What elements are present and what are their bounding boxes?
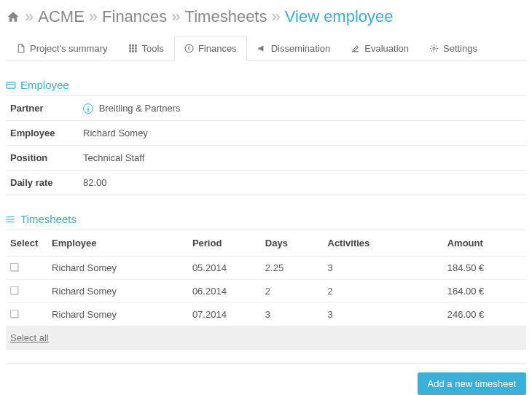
row-checkbox[interactable] (10, 286, 18, 294)
euro-icon: € (184, 44, 194, 53)
section-title-timesheets: Timesheets (6, 213, 526, 225)
svg-rect-5 (135, 47, 136, 49)
timesheets-table: Select Employee Period Days Activities A… (6, 230, 526, 350)
svg-rect-7 (132, 50, 133, 52)
th-amount: Amount (443, 230, 526, 257)
value-position: Technical Staff (79, 146, 526, 171)
breadcrumb-home[interactable] (6, 7, 20, 26)
breadcrumb-current: View employee (285, 7, 394, 26)
svg-point-18 (7, 219, 7, 219)
cell-period: 06.2014 (188, 280, 261, 303)
th-period: Period (188, 230, 261, 257)
list-icon (6, 214, 16, 224)
breadcrumb-acme[interactable]: ACME (38, 7, 85, 26)
svg-rect-3 (129, 47, 130, 49)
svg-rect-2 (135, 45, 136, 47)
svg-text:€: € (188, 46, 191, 51)
svg-rect-12 (7, 82, 15, 87)
cell-activities: 3 (324, 257, 443, 280)
tab-label: Evaluation (364, 43, 409, 54)
cell-period: 05.2014 (188, 257, 261, 280)
cell-activities: 3 (324, 303, 443, 326)
row-checkbox[interactable] (10, 310, 18, 318)
bullhorn-icon (257, 44, 267, 53)
tab-label: Finances (198, 43, 237, 54)
gear-icon (429, 44, 439, 53)
tab-label: Settings (443, 43, 477, 54)
svg-point-19 (7, 221, 7, 222)
label-position: Position (6, 146, 79, 171)
cell-activities: 2 (324, 280, 443, 303)
select-all-row: Select all (6, 326, 526, 350)
section-title-text: Timesheets (20, 213, 77, 225)
breadcrumb-sep: » (23, 7, 35, 26)
tab-dissemination[interactable]: Dissemination (247, 36, 341, 61)
cell-days: 2.25 (261, 257, 324, 280)
cell-amount: 164.00 € (443, 280, 526, 303)
tab-label: Tools (142, 43, 164, 54)
svg-rect-4 (132, 47, 133, 49)
svg-rect-8 (135, 50, 136, 52)
cell-employee: Richard Somey (47, 257, 188, 280)
tabs: Project's summary Tools € Finances Disse… (6, 35, 526, 61)
table-row: Richard Somey 06.2014 2 2 164.00 € (6, 280, 526, 303)
select-all-link[interactable]: Select all (10, 332, 49, 343)
value-partner: Breitling & Partners (99, 103, 181, 114)
row-checkbox[interactable] (10, 263, 18, 271)
svg-point-17 (7, 216, 7, 216)
card-icon (6, 80, 16, 90)
breadcrumb: » ACME » Finances » Timesheets » View em… (6, 6, 526, 32)
footer: Add a new timesheet (6, 363, 526, 395)
breadcrumb-finances[interactable]: Finances (102, 7, 167, 26)
th-select: Select (6, 230, 47, 257)
tab-finances[interactable]: € Finances (174, 36, 247, 61)
home-icon (6, 10, 20, 23)
section-title-text: Employee (20, 79, 69, 91)
breadcrumb-sep: » (87, 7, 99, 26)
value-employee: Richard Somey (79, 121, 526, 146)
svg-rect-0 (129, 45, 130, 47)
add-timesheet-button[interactable]: Add a new timesheet (418, 372, 526, 395)
svg-rect-1 (132, 45, 133, 47)
cell-amount: 246.00 € (443, 303, 526, 326)
cell-employee: Richard Somey (47, 303, 188, 326)
cell-days: 3 (261, 303, 324, 326)
label-partner: Partner (6, 96, 79, 121)
tab-label: Dissemination (271, 43, 331, 54)
cell-amount: 184.50 € (443, 257, 526, 280)
employee-details: Partner i Breitling & Partners Employee … (6, 95, 526, 195)
th-days: Days (261, 230, 324, 257)
breadcrumb-timesheets[interactable]: Timesheets (185, 7, 267, 26)
cell-period: 07.2014 (188, 303, 261, 326)
tab-settings[interactable]: Settings (419, 36, 488, 61)
svg-point-11 (433, 47, 435, 50)
file-icon (16, 44, 26, 53)
cell-employee: Richard Somey (47, 280, 188, 303)
th-activities: Activities (324, 230, 443, 257)
cell-days: 2 (261, 280, 324, 303)
section-title-employee: Employee (6, 79, 526, 91)
breadcrumb-sep: » (170, 7, 181, 26)
value-daily-rate: 82.00 (79, 171, 526, 195)
table-row: Richard Somey 07.2014 3 3 246.00 € (6, 303, 526, 326)
svg-rect-6 (129, 50, 130, 52)
tab-projects-summary[interactable]: Project's summary (6, 36, 118, 61)
tab-tools[interactable]: Tools (118, 36, 174, 61)
breadcrumb-sep: » (270, 7, 281, 26)
info-icon[interactable]: i (83, 103, 93, 114)
label-employee: Employee (6, 121, 79, 146)
th-employee: Employee (47, 230, 188, 257)
tab-label: Project's summary (30, 43, 108, 54)
label-daily-rate: Daily rate (6, 171, 79, 195)
edit-icon (351, 44, 360, 53)
grid-icon (128, 44, 138, 53)
tab-evaluation[interactable]: Evaluation (340, 36, 419, 61)
table-row: Richard Somey 05.2014 2.25 3 184.50 € (6, 257, 526, 280)
